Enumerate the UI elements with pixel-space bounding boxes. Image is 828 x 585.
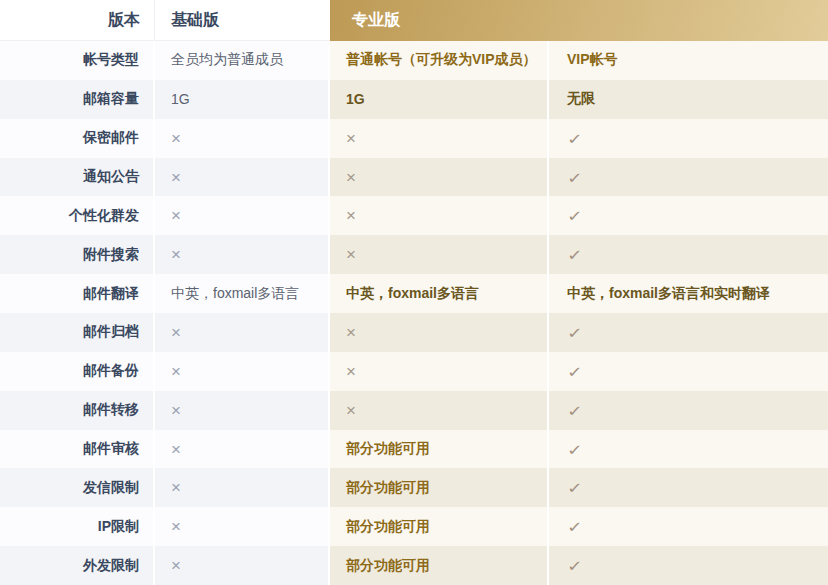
table-row: 外发限制×部分功能可用✓ [0,546,828,585]
table-row: 保密邮件××✓ [0,119,828,158]
table-row: 邮件翻译中英，foxmail多语言中英，foxmail多语言中英，foxmail… [0,274,828,313]
row-label: 外发限制 [0,546,155,585]
cell-pro: × [330,158,549,197]
cell-vip: 无限 [549,80,828,119]
table-header-row: 版本 基础版 专业版 [0,0,828,41]
cell-text: 部分功能可用 [346,440,430,458]
check-icon: ✓ [567,480,583,495]
row-label: 邮件备份 [0,352,155,391]
cell-vip: ✓ [549,507,828,546]
table-row: IP限制×部分功能可用✓ [0,507,828,546]
cross-icon: × [171,169,181,186]
cell-text: 部分功能可用 [346,518,430,536]
row-label: 保密邮件 [0,119,155,158]
cell-text: 1G [171,91,190,107]
cell-basic: × [155,352,330,391]
cell-vip: VIP帐号 [549,41,828,80]
row-label: 邮件翻译 [0,274,155,313]
cell-basic: × [155,507,330,546]
cell-text: 普通帐号（可升级为VIP成员） [346,51,537,69]
cross-icon: × [171,130,181,147]
cross-icon: × [171,246,181,263]
cross-icon: × [346,402,356,419]
cross-icon: × [171,557,181,574]
table-row: 通知公告××✓ [0,158,828,197]
cell-basic: × [155,235,330,274]
cell-basic: × [155,546,330,585]
table-row: 附件搜索××✓ [0,235,828,274]
check-icon: ✓ [567,247,583,262]
cell-text: 部分功能可用 [346,557,430,575]
cell-pro: 部分功能可用 [330,546,549,585]
cross-icon: × [171,324,181,341]
header-cell-basic: 基础版 [155,0,330,41]
check-icon: ✓ [567,208,583,223]
cell-vip: 中英，foxmail多语言和实时翻译 [549,274,828,313]
cell-vip: ✓ [549,158,828,197]
cell-basic: × [155,158,330,197]
cell-basic: × [155,196,330,235]
row-label: 邮件转移 [0,391,155,430]
cell-text: 部分功能可用 [346,479,430,497]
cross-icon: × [171,441,181,458]
cell-pro: × [330,196,549,235]
cell-vip: ✓ [549,196,828,235]
cell-pro: × [330,235,549,274]
check-icon: ✓ [567,131,583,146]
cell-text: 中英，foxmail多语言 [171,285,299,303]
cell-vip: ✓ [549,391,828,430]
cell-pro: 部分功能可用 [330,468,549,507]
header-cell-pro: 专业版 [330,0,828,41]
cell-pro: × [330,119,549,158]
row-label: 附件搜索 [0,235,155,274]
check-icon: ✓ [567,325,583,340]
cell-basic: 全员均为普通成员 [155,41,330,80]
cell-basic: 中英，foxmail多语言 [155,274,330,313]
cell-pro: × [330,313,549,352]
cross-icon: × [171,207,181,224]
cell-pro: 1G [330,80,549,119]
row-label: IP限制 [0,507,155,546]
cell-text: 全员均为普通成员 [171,51,283,69]
row-label: 帐号类型 [0,41,155,80]
cell-basic: × [155,468,330,507]
table-body: 帐号类型全员均为普通成员普通帐号（可升级为VIP成员）VIP帐号邮箱容量1G1G… [0,41,828,585]
cell-basic: × [155,313,330,352]
cell-text: 中英，foxmail多语言和实时翻译 [567,285,770,303]
cross-icon: × [171,518,181,535]
check-icon: ✓ [567,442,583,457]
cross-icon: × [346,324,356,341]
table-row: 个性化群发××✓ [0,196,828,235]
cross-icon: × [346,130,356,147]
row-label: 发信限制 [0,468,155,507]
check-icon: ✓ [567,403,583,418]
cell-basic: × [155,119,330,158]
cell-vip: ✓ [549,546,828,585]
row-label: 通知公告 [0,158,155,197]
cross-icon: × [171,479,181,496]
cell-vip: ✓ [549,235,828,274]
cell-pro: × [330,391,549,430]
header-cell-version: 版本 [0,0,155,41]
row-label: 邮件审核 [0,430,155,469]
cross-icon: × [171,402,181,419]
cell-vip: ✓ [549,313,828,352]
cross-icon: × [346,246,356,263]
cell-pro: 部分功能可用 [330,507,549,546]
cell-basic: 1G [155,80,330,119]
check-icon: ✓ [567,170,583,185]
cross-icon: × [346,169,356,186]
check-icon: ✓ [567,519,583,534]
cell-vip: ✓ [549,468,828,507]
table-row: 邮件转移××✓ [0,391,828,430]
cell-pro: × [330,352,549,391]
cell-pro: 普通帐号（可升级为VIP成员） [330,41,549,80]
table-row: 发信限制×部分功能可用✓ [0,468,828,507]
cross-icon: × [346,207,356,224]
table-row: 邮件审核×部分功能可用✓ [0,430,828,469]
version-comparison-table: 版本 基础版 专业版 帐号类型全员均为普通成员普通帐号（可升级为VIP成员）VI… [0,0,828,585]
row-label: 邮箱容量 [0,80,155,119]
table-row: 邮箱容量1G1G无限 [0,80,828,119]
cell-text: 中英，foxmail多语言 [346,285,479,303]
cross-icon: × [346,363,356,380]
